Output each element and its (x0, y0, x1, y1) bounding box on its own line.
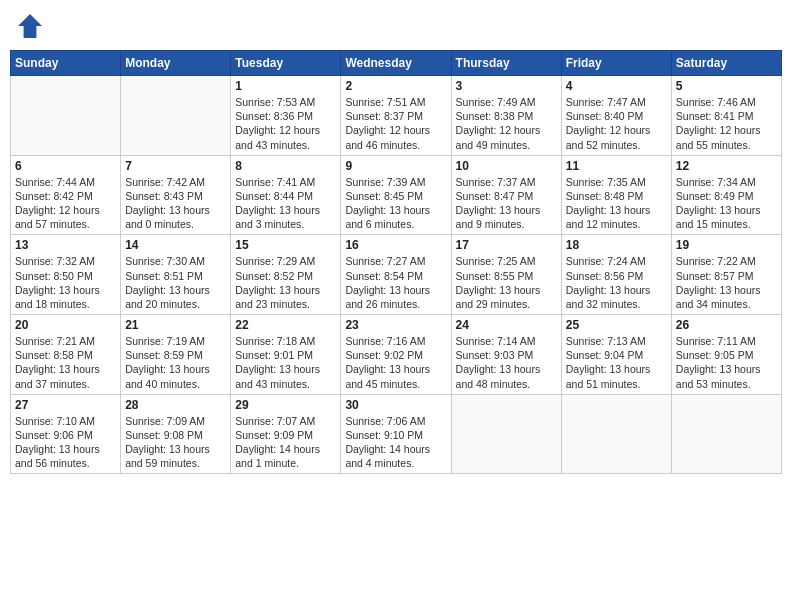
day-info: Sunrise: 7:53 AMSunset: 8:36 PMDaylight:… (235, 95, 336, 152)
day-number: 4 (566, 79, 667, 93)
day-info: Sunrise: 7:47 AMSunset: 8:40 PMDaylight:… (566, 95, 667, 152)
day-number: 23 (345, 318, 446, 332)
day-number: 16 (345, 238, 446, 252)
day-info: Sunrise: 7:51 AMSunset: 8:37 PMDaylight:… (345, 95, 446, 152)
day-of-week-header: Friday (561, 51, 671, 76)
day-number: 27 (15, 398, 116, 412)
day-number: 22 (235, 318, 336, 332)
calendar-cell: 3Sunrise: 7:49 AMSunset: 8:38 PMDaylight… (451, 76, 561, 156)
day-number: 12 (676, 159, 777, 173)
day-info: Sunrise: 7:18 AMSunset: 9:01 PMDaylight:… (235, 334, 336, 391)
day-info: Sunrise: 7:14 AMSunset: 9:03 PMDaylight:… (456, 334, 557, 391)
calendar-cell: 2Sunrise: 7:51 AMSunset: 8:37 PMDaylight… (341, 76, 451, 156)
day-info: Sunrise: 7:16 AMSunset: 9:02 PMDaylight:… (345, 334, 446, 391)
calendar-cell: 16Sunrise: 7:27 AMSunset: 8:54 PMDayligh… (341, 235, 451, 315)
calendar-cell: 17Sunrise: 7:25 AMSunset: 8:55 PMDayligh… (451, 235, 561, 315)
calendar-cell: 7Sunrise: 7:42 AMSunset: 8:43 PMDaylight… (121, 155, 231, 235)
day-number: 26 (676, 318, 777, 332)
calendar-cell: 27Sunrise: 7:10 AMSunset: 9:06 PMDayligh… (11, 394, 121, 474)
day-info: Sunrise: 7:21 AMSunset: 8:58 PMDaylight:… (15, 334, 116, 391)
day-of-week-header: Monday (121, 51, 231, 76)
calendar-cell (451, 394, 561, 474)
day-number: 5 (676, 79, 777, 93)
day-number: 30 (345, 398, 446, 412)
calendar-week-row: 6Sunrise: 7:44 AMSunset: 8:42 PMDaylight… (11, 155, 782, 235)
day-number: 14 (125, 238, 226, 252)
day-info: Sunrise: 7:35 AMSunset: 8:48 PMDaylight:… (566, 175, 667, 232)
day-info: Sunrise: 7:22 AMSunset: 8:57 PMDaylight:… (676, 254, 777, 311)
calendar-cell: 30Sunrise: 7:06 AMSunset: 9:10 PMDayligh… (341, 394, 451, 474)
day-of-week-header: Sunday (11, 51, 121, 76)
calendar-cell: 13Sunrise: 7:32 AMSunset: 8:50 PMDayligh… (11, 235, 121, 315)
day-info: Sunrise: 7:37 AMSunset: 8:47 PMDaylight:… (456, 175, 557, 232)
calendar-cell: 4Sunrise: 7:47 AMSunset: 8:40 PMDaylight… (561, 76, 671, 156)
day-number: 11 (566, 159, 667, 173)
day-info: Sunrise: 7:13 AMSunset: 9:04 PMDaylight:… (566, 334, 667, 391)
calendar-cell: 10Sunrise: 7:37 AMSunset: 8:47 PMDayligh… (451, 155, 561, 235)
day-info: Sunrise: 7:06 AMSunset: 9:10 PMDaylight:… (345, 414, 446, 471)
day-info: Sunrise: 7:19 AMSunset: 8:59 PMDaylight:… (125, 334, 226, 391)
calendar-cell: 11Sunrise: 7:35 AMSunset: 8:48 PMDayligh… (561, 155, 671, 235)
calendar-cell: 21Sunrise: 7:19 AMSunset: 8:59 PMDayligh… (121, 315, 231, 395)
page-header (10, 10, 782, 42)
day-number: 8 (235, 159, 336, 173)
day-number: 3 (456, 79, 557, 93)
day-info: Sunrise: 7:39 AMSunset: 8:45 PMDaylight:… (345, 175, 446, 232)
calendar-cell: 22Sunrise: 7:18 AMSunset: 9:01 PMDayligh… (231, 315, 341, 395)
calendar-cell: 15Sunrise: 7:29 AMSunset: 8:52 PMDayligh… (231, 235, 341, 315)
calendar-week-row: 20Sunrise: 7:21 AMSunset: 8:58 PMDayligh… (11, 315, 782, 395)
calendar-cell: 24Sunrise: 7:14 AMSunset: 9:03 PMDayligh… (451, 315, 561, 395)
day-number: 13 (15, 238, 116, 252)
day-info: Sunrise: 7:41 AMSunset: 8:44 PMDaylight:… (235, 175, 336, 232)
day-info: Sunrise: 7:34 AMSunset: 8:49 PMDaylight:… (676, 175, 777, 232)
calendar-cell: 12Sunrise: 7:34 AMSunset: 8:49 PMDayligh… (671, 155, 781, 235)
day-info: Sunrise: 7:10 AMSunset: 9:06 PMDaylight:… (15, 414, 116, 471)
calendar-cell: 14Sunrise: 7:30 AMSunset: 8:51 PMDayligh… (121, 235, 231, 315)
day-number: 7 (125, 159, 226, 173)
day-number: 15 (235, 238, 336, 252)
calendar-week-row: 1Sunrise: 7:53 AMSunset: 8:36 PMDaylight… (11, 76, 782, 156)
day-of-week-header: Saturday (671, 51, 781, 76)
day-info: Sunrise: 7:44 AMSunset: 8:42 PMDaylight:… (15, 175, 116, 232)
day-info: Sunrise: 7:42 AMSunset: 8:43 PMDaylight:… (125, 175, 226, 232)
day-of-week-header: Thursday (451, 51, 561, 76)
day-number: 17 (456, 238, 557, 252)
calendar-cell: 29Sunrise: 7:07 AMSunset: 9:09 PMDayligh… (231, 394, 341, 474)
day-number: 18 (566, 238, 667, 252)
day-number: 28 (125, 398, 226, 412)
svg-marker-0 (18, 14, 42, 38)
day-info: Sunrise: 7:07 AMSunset: 9:09 PMDaylight:… (235, 414, 336, 471)
calendar-cell: 1Sunrise: 7:53 AMSunset: 8:36 PMDaylight… (231, 76, 341, 156)
calendar-cell (561, 394, 671, 474)
day-number: 24 (456, 318, 557, 332)
day-of-week-header: Tuesday (231, 51, 341, 76)
day-info: Sunrise: 7:32 AMSunset: 8:50 PMDaylight:… (15, 254, 116, 311)
day-number: 21 (125, 318, 226, 332)
day-info: Sunrise: 7:27 AMSunset: 8:54 PMDaylight:… (345, 254, 446, 311)
calendar-cell: 23Sunrise: 7:16 AMSunset: 9:02 PMDayligh… (341, 315, 451, 395)
calendar-cell: 6Sunrise: 7:44 AMSunset: 8:42 PMDaylight… (11, 155, 121, 235)
calendar-cell: 26Sunrise: 7:11 AMSunset: 9:05 PMDayligh… (671, 315, 781, 395)
day-number: 1 (235, 79, 336, 93)
day-number: 25 (566, 318, 667, 332)
day-number: 6 (15, 159, 116, 173)
day-number: 9 (345, 159, 446, 173)
logo-icon (14, 10, 46, 42)
day-number: 20 (15, 318, 116, 332)
day-number: 10 (456, 159, 557, 173)
calendar-cell: 28Sunrise: 7:09 AMSunset: 9:08 PMDayligh… (121, 394, 231, 474)
day-info: Sunrise: 7:49 AMSunset: 8:38 PMDaylight:… (456, 95, 557, 152)
calendar-header-row: SundayMondayTuesdayWednesdayThursdayFrid… (11, 51, 782, 76)
calendar-cell: 20Sunrise: 7:21 AMSunset: 8:58 PMDayligh… (11, 315, 121, 395)
calendar-cell: 19Sunrise: 7:22 AMSunset: 8:57 PMDayligh… (671, 235, 781, 315)
day-number: 29 (235, 398, 336, 412)
calendar-cell: 8Sunrise: 7:41 AMSunset: 8:44 PMDaylight… (231, 155, 341, 235)
calendar-cell (121, 76, 231, 156)
calendar-cell: 18Sunrise: 7:24 AMSunset: 8:56 PMDayligh… (561, 235, 671, 315)
day-info: Sunrise: 7:11 AMSunset: 9:05 PMDaylight:… (676, 334, 777, 391)
day-of-week-header: Wednesday (341, 51, 451, 76)
calendar-week-row: 27Sunrise: 7:10 AMSunset: 9:06 PMDayligh… (11, 394, 782, 474)
calendar-table: SundayMondayTuesdayWednesdayThursdayFrid… (10, 50, 782, 474)
day-info: Sunrise: 7:25 AMSunset: 8:55 PMDaylight:… (456, 254, 557, 311)
day-number: 2 (345, 79, 446, 93)
